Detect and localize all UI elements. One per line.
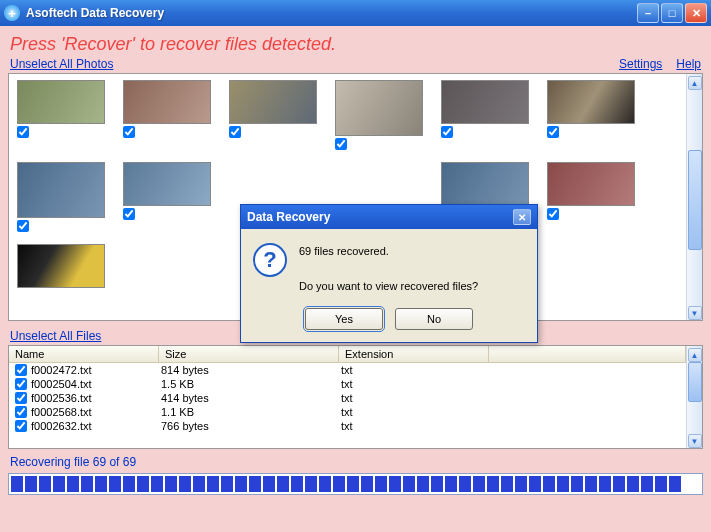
progress-segment: [501, 476, 513, 492]
photo-item[interactable]: [335, 80, 423, 150]
progress-segment: [585, 476, 597, 492]
recovery-dialog: Data Recovery ✕ ? 69 files recovered. Do…: [240, 204, 538, 343]
progress-segment: [459, 476, 471, 492]
photo-item[interactable]: [123, 80, 211, 150]
photo-checkbox[interactable]: [441, 126, 453, 138]
no-button[interactable]: No: [395, 308, 473, 330]
progress-segment: [249, 476, 261, 492]
table-row[interactable]: f0002504.txt1.5 KBtxt: [9, 377, 686, 391]
photo-item[interactable]: [17, 244, 105, 288]
scroll-down-icon[interactable]: ▼: [688, 306, 702, 320]
photo-item[interactable]: [123, 162, 211, 232]
yes-button[interactable]: Yes: [305, 308, 383, 330]
scroll-down-icon[interactable]: ▼: [688, 434, 702, 448]
photo-item[interactable]: [17, 162, 105, 232]
file-checkbox[interactable]: [15, 364, 27, 376]
col-name[interactable]: Name: [9, 346, 159, 362]
progress-segment: [529, 476, 541, 492]
progress-segment: [165, 476, 177, 492]
photo-checkbox[interactable]: [229, 126, 241, 138]
progress-segment: [557, 476, 569, 492]
file-checkbox[interactable]: [15, 378, 27, 390]
file-ext: txt: [341, 378, 491, 390]
progress-segment: [669, 476, 681, 492]
photo-item[interactable]: [441, 80, 529, 150]
progress-segment: [137, 476, 149, 492]
progress-segment: [305, 476, 317, 492]
file-size: 414 bytes: [161, 392, 341, 404]
photo-checkbox[interactable]: [335, 138, 347, 150]
photo-checkbox[interactable]: [123, 208, 135, 220]
photo-checkbox[interactable]: [17, 126, 29, 138]
file-ext: txt: [341, 406, 491, 418]
scroll-handle[interactable]: [688, 362, 702, 402]
unselect-all-files-link[interactable]: Unselect All Files: [10, 329, 101, 343]
file-name: f0002632.txt: [31, 420, 161, 432]
file-checkbox[interactable]: [15, 392, 27, 404]
progress-segment: [39, 476, 51, 492]
photo-checkbox[interactable]: [547, 126, 559, 138]
file-name: f0002504.txt: [31, 378, 161, 390]
photo-checkbox[interactable]: [547, 208, 559, 220]
photo-item[interactable]: [229, 80, 317, 150]
progress-segment: [487, 476, 499, 492]
progress-segment: [403, 476, 415, 492]
progress-segment: [151, 476, 163, 492]
help-link[interactable]: Help: [676, 57, 701, 71]
files-panel: Name Size Extension f0002472.txt814 byte…: [8, 345, 703, 449]
photo-item[interactable]: [547, 162, 635, 232]
photo-thumbnail: [17, 162, 105, 218]
progress-segment: [347, 476, 359, 492]
scroll-up-icon[interactable]: ▲: [688, 348, 702, 362]
progress-segment: [277, 476, 289, 492]
file-name: f0002472.txt: [31, 364, 161, 376]
photo-thumbnail: [17, 80, 105, 124]
file-checkbox[interactable]: [15, 406, 27, 418]
progress-segment: [25, 476, 37, 492]
photo-item[interactable]: [547, 80, 635, 150]
close-button[interactable]: ✕: [685, 3, 707, 23]
dialog-close-button[interactable]: ✕: [513, 209, 531, 225]
progress-segment: [123, 476, 135, 492]
table-row[interactable]: f0002472.txt814 bytestxt: [9, 363, 686, 377]
progress-segment: [109, 476, 121, 492]
scroll-handle[interactable]: [688, 150, 702, 250]
progress-segment: [81, 476, 93, 492]
progress-segment: [291, 476, 303, 492]
col-spacer: [489, 346, 686, 362]
progress-segment: [571, 476, 583, 492]
progress-segment: [333, 476, 345, 492]
window-title: Asoftech Data Recovery: [26, 6, 637, 20]
photo-thumbnail: [335, 80, 423, 136]
file-size: 814 bytes: [161, 364, 341, 376]
table-row[interactable]: f0002536.txt414 bytestxt: [9, 391, 686, 405]
progress-segment: [319, 476, 331, 492]
scroll-up-icon[interactable]: ▲: [688, 76, 702, 90]
file-name: f0002536.txt: [31, 392, 161, 404]
photo-item[interactable]: [17, 80, 105, 150]
photo-thumbnail: [229, 80, 317, 124]
photo-scrollbar[interactable]: ▲ ▼: [686, 74, 702, 320]
maximize-button[interactable]: □: [661, 3, 683, 23]
file-size: 1.1 KB: [161, 406, 341, 418]
unselect-all-photos-link[interactable]: Unselect All Photos: [10, 57, 113, 71]
table-row[interactable]: f0002632.txt766 bytestxt: [9, 419, 686, 433]
progress-bar: [8, 473, 703, 495]
minimize-button[interactable]: –: [637, 3, 659, 23]
col-ext[interactable]: Extension: [339, 346, 489, 362]
table-row[interactable]: f0002568.txt1.1 KBtxt: [9, 405, 686, 419]
progress-segment: [263, 476, 275, 492]
photo-checkbox[interactable]: [17, 220, 29, 232]
progress-segment: [67, 476, 79, 492]
progress-segment: [473, 476, 485, 492]
col-size[interactable]: Size: [159, 346, 339, 362]
photo-thumbnail: [17, 244, 105, 288]
settings-link[interactable]: Settings: [619, 57, 662, 71]
progress-segment: [515, 476, 527, 492]
progress-segment: [375, 476, 387, 492]
file-checkbox[interactable]: [15, 420, 27, 432]
status-text: Recovering file 69 of 69: [8, 449, 703, 473]
file-scrollbar[interactable]: ▲ ▼: [686, 346, 702, 448]
photo-checkbox[interactable]: [123, 126, 135, 138]
progress-segment: [543, 476, 555, 492]
